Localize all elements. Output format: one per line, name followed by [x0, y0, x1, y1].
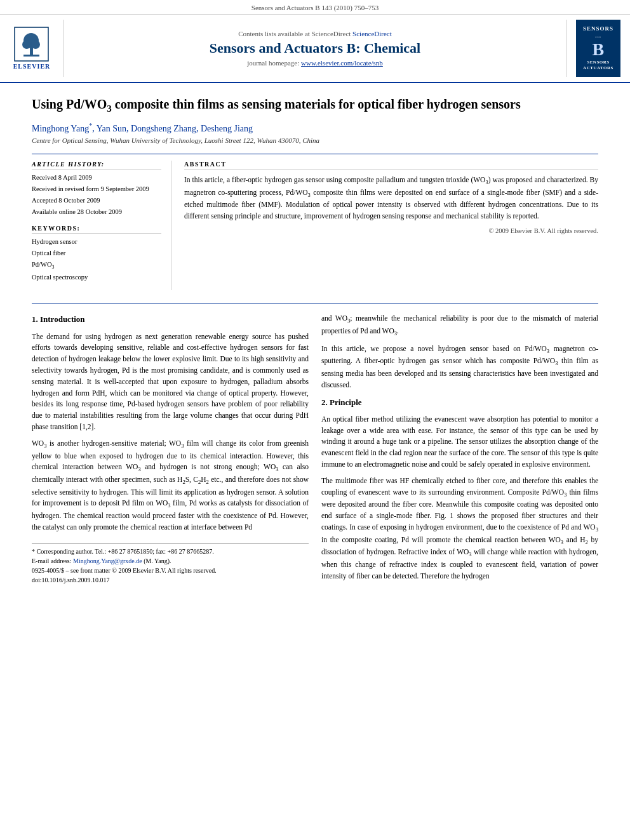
- keywords-content: Hydrogen sensor Optical fiber Pd/WO3 Opt…: [32, 237, 161, 283]
- copyright-line: © 2009 Elsevier B.V. All rights reserved…: [184, 227, 598, 234]
- body-columns: 1. Introduction The demand for using hyd…: [32, 313, 598, 587]
- keywords-heading: Keywords:: [32, 225, 161, 234]
- article-history-heading: Article history:: [32, 161, 161, 170]
- section1-para1: The demand for using hydrogen as next ge…: [32, 331, 309, 433]
- article-meta: Article history: Received 8 April 2009 R…: [32, 154, 598, 290]
- article-history-section: Article history: Received 8 April 2009 R…: [32, 161, 161, 217]
- footnote-doi[interactable]: doi:10.1016/j.snb.2009.10.017: [32, 575, 309, 585]
- section1-col2-para1: and WO3; meanwhile the mechanical reliab…: [321, 313, 598, 338]
- section2-heading: 2. Principle: [321, 396, 598, 409]
- affiliation: Centre for Optical Sensing, Wuhan Univer…: [32, 137, 598, 144]
- section2-para2: The multimode fiber was HF chemically et…: [321, 476, 598, 582]
- footnotes: * Corresponding author. Tel.: +86 27 876…: [32, 543, 309, 585]
- abstract-section: Abstract In this article, a fiber-optic …: [184, 161, 598, 290]
- abstract-text: In this article, a fiber-optic hydrogen …: [184, 175, 598, 222]
- section1-heading: 1. Introduction: [32, 313, 309, 326]
- top-reference: Sensors and Actuators B 143 (2010) 750–7…: [0, 0, 630, 15]
- sensors-badge-container: SENSORS... B SENSORSAcTuAToRS: [573, 20, 624, 77]
- footnote-email-link[interactable]: Minghong.Yang@grxde.de: [73, 557, 142, 564]
- section1-para2: WO3 is another hydrogen-sensitive materi…: [32, 438, 309, 533]
- body-col-left: 1. Introduction The demand for using hyd…: [32, 313, 309, 587]
- footnote-email: E-mail address: Minghong.Yang@grxde.de (…: [32, 556, 309, 566]
- section2-para1: An optical fiber method utilizing the ev…: [321, 414, 598, 470]
- badge-b-letter: B: [592, 41, 604, 58]
- header-center: Contents lists available at ScienceDirec…: [64, 20, 566, 77]
- journal-header: ELSEVIER Contents lists available at Sci…: [0, 15, 630, 83]
- svg-rect-6: [23, 55, 39, 57]
- sensors-actuators-badge: SENSORS... B SENSORSAcTuAToRS: [576, 20, 620, 77]
- badge-top-text: SENSORS...: [583, 25, 613, 39]
- footnote-star: * Corresponding author. Tel.: +86 27 876…: [32, 547, 309, 556]
- section1-col2-para2: In this article, we propose a novel hydr…: [321, 343, 598, 391]
- elsevier-logo: ELSEVIER: [13, 27, 51, 70]
- journal-title: Sensors and Actuators B: Chemical: [210, 40, 420, 57]
- section-divider: [32, 303, 598, 303]
- keyword-pd-wo3: Pd/WO3: [32, 260, 161, 272]
- footnote-issn: 0925-4005/$ – see front matter © 2009 El…: [32, 566, 309, 575]
- elsevier-logo-container: ELSEVIER: [6, 20, 57, 77]
- homepage-link[interactable]: www.elsevier.com/locate/snb: [301, 59, 383, 67]
- svg-point-4: [22, 40, 31, 49]
- abstract-heading: Abstract: [184, 161, 598, 170]
- article-history-content: Received 8 April 2009 Received in revise…: [32, 173, 161, 217]
- svg-point-5: [31, 40, 40, 49]
- article-info: Article history: Received 8 April 2009 R…: [32, 161, 171, 290]
- sciencedirect-link[interactable]: ScienceDirect: [352, 30, 392, 37]
- journal-homepage: journal homepage: www.elsevier.com/locat…: [247, 59, 383, 67]
- article-title: Using Pd/WO3 composite thin films as sen…: [32, 96, 598, 116]
- badge-bottom-text: SENSORSAcTuAToRS: [583, 60, 613, 71]
- elsevier-tree-icon: [14, 27, 49, 62]
- elsevier-text: ELSEVIER: [13, 63, 51, 70]
- authors: Minghong Yang*, Yan Sun, Dongsheng Zhang…: [32, 122, 598, 134]
- keywords-section: Keywords: Hydrogen sensor Optical fiber …: [32, 225, 161, 283]
- sciencedirect-line: Contents lists available at ScienceDirec…: [238, 30, 392, 37]
- body-col-right: and WO3; meanwhile the mechanical reliab…: [321, 313, 598, 587]
- article-content: Using Pd/WO3 composite thin films as sen…: [0, 83, 630, 600]
